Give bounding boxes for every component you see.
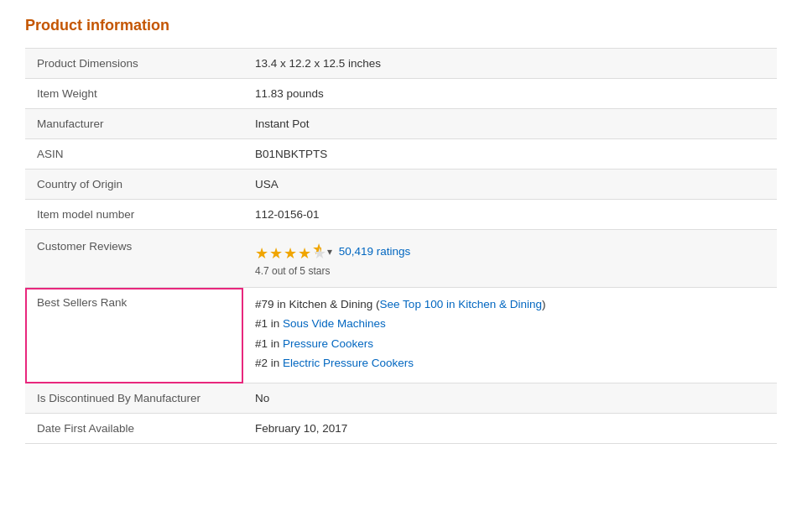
rank-number: #1 in xyxy=(255,317,283,330)
row-value: 112-0156-01 xyxy=(243,200,777,230)
row-label: Is Discontinued By Manufacturer xyxy=(25,383,243,414)
row-value: No xyxy=(243,383,777,414)
row-value: Instant Pot xyxy=(243,109,777,139)
table-row: Best Sellers Rank#79 in Kitchen & Dining… xyxy=(25,288,777,383)
table-row: Item model number112-0156-01 xyxy=(25,200,777,230)
row-label: Item model number xyxy=(25,200,243,230)
row-label: Customer Reviews xyxy=(25,230,243,288)
rank-number: #1 in xyxy=(255,337,283,350)
row-value: B01NBKTPTS xyxy=(243,139,777,170)
bsr-sub-category-link[interactable]: Electric Pressure Cookers xyxy=(283,357,414,369)
table-row: Date First AvailableFebruary 10, 2017 xyxy=(25,414,777,444)
row-label: Product Dimensions xyxy=(25,49,243,79)
bsr-rank-line: #1 in Pressure Cookers xyxy=(255,336,765,352)
bsr-rank-line: #79 in Kitchen & Dining (See Top 100 in … xyxy=(255,296,765,313)
ratings-count-link[interactable]: 50,419 ratings xyxy=(339,245,411,258)
row-label: Item Weight xyxy=(25,79,243,109)
row-value: USA xyxy=(243,170,777,200)
table-row: Customer Reviews★★★★★★ ▾50,419 ratings4.… xyxy=(25,230,777,288)
page-title: Product information xyxy=(25,17,777,34)
row-label: Best Sellers Rank xyxy=(25,288,243,383)
row-label: ASIN xyxy=(25,139,243,170)
bsr-sub-category-link[interactable]: Pressure Cookers xyxy=(283,337,373,350)
rank-number: #2 in xyxy=(255,357,283,369)
bsr-rank-line: #1 in Sous Vide Machines xyxy=(255,316,765,332)
table-row: Country of OriginUSA xyxy=(25,170,777,200)
bsr-rank-line: #2 in Electric Pressure Cookers xyxy=(255,355,765,372)
bsr-category-link[interactable]: See Top 100 in Kitchen & Dining xyxy=(380,298,542,310)
star-count-text: 4.7 out of 5 stars xyxy=(255,265,765,277)
table-row: ASINB01NBKTPTS xyxy=(25,139,777,170)
row-label: Manufacturer xyxy=(25,109,243,139)
table-row: ManufacturerInstant Pot xyxy=(25,109,777,139)
row-label: Date First Available xyxy=(25,414,243,444)
row-value: #79 in Kitchen & Dining (See Top 100 in … xyxy=(243,288,777,383)
table-row: Product Dimensions13.4 x 12.2 x 12.5 inc… xyxy=(25,49,777,79)
product-info-table: Product Dimensions13.4 x 12.2 x 12.5 inc… xyxy=(25,48,777,444)
row-value: February 10, 2017 xyxy=(243,414,777,444)
table-row: Is Discontinued By ManufacturerNo xyxy=(25,383,777,414)
bsr-sub-category-link[interactable]: Sous Vide Machines xyxy=(283,317,386,330)
stars-container: ★★★★★★ xyxy=(255,240,327,263)
table-row: Item Weight11.83 pounds xyxy=(25,79,777,109)
row-label: Country of Origin xyxy=(25,170,243,200)
row-value: ★★★★★★ ▾50,419 ratings4.7 out of 5 stars xyxy=(243,230,777,288)
chevron-down-icon: ▾ xyxy=(327,246,332,258)
star-rating: ★★★★★★ ▾50,419 ratings xyxy=(255,240,765,263)
row-value: 11.83 pounds xyxy=(243,79,777,109)
row-value: 13.4 x 12.2 x 12.5 inches xyxy=(243,49,777,79)
rank-text: #79 in Kitchen & Dining ( xyxy=(255,298,380,310)
